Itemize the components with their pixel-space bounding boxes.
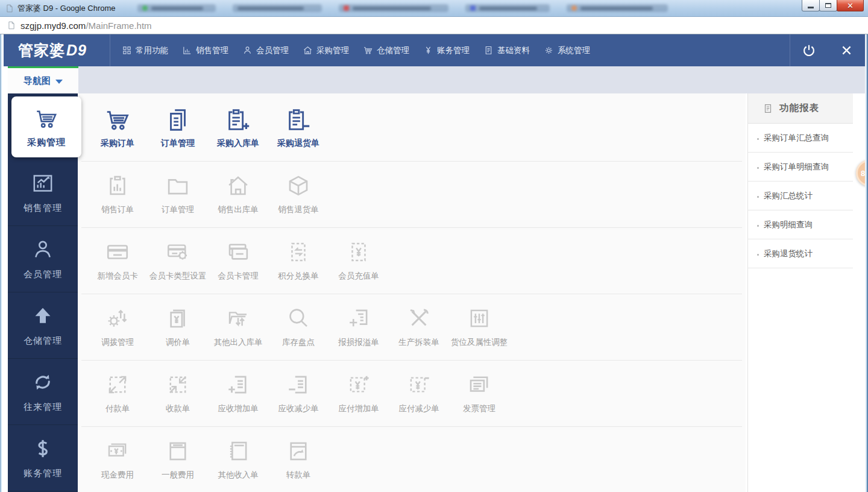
chevron-down-icon[interactable] (55, 80, 63, 84)
report-link[interactable]: 采购明细查询 (748, 210, 853, 239)
report-link[interactable]: 采购订单明细查询 (748, 153, 853, 181)
folder-arrows-icon (225, 306, 251, 331)
grid-item[interactable]: 调价单 (148, 306, 208, 348)
grid-item-label: 现金费用 (101, 470, 134, 481)
report-link[interactable]: 采购退货统计 (748, 239, 853, 268)
expand-arrows-icon (105, 372, 130, 397)
grid-item[interactable]: 应收减少单 (268, 372, 329, 414)
grid-item[interactable]: 会员充值单 (329, 239, 389, 282)
grid-item[interactable]: 采购入库单 (208, 106, 268, 149)
sidebar-item-label: 仓储管理 (24, 335, 62, 347)
grid-item[interactable]: 其他出入库单 (208, 306, 268, 348)
close-window-button[interactable]: ✕ (837, 0, 864, 11)
close-app-button[interactable] (828, 34, 865, 66)
grid-item-label: 会员卡管理 (218, 271, 259, 282)
report-link[interactable]: 采购汇总统计 (748, 181, 853, 210)
arrowup-icon (31, 304, 55, 328)
nav-item-barchart[interactable]: 销售管理 (179, 42, 231, 60)
report-link[interactable]: 采购订单汇总查询 (748, 124, 853, 153)
grid-item-label: 订单管理 (161, 138, 195, 149)
person-icon (31, 238, 55, 262)
grid-item-label: 发票管理 (463, 403, 495, 414)
grid-item[interactable]: 报损报溢单 (329, 306, 389, 348)
grid-item[interactable]: 会员卡管理 (208, 239, 268, 282)
grid-item[interactable]: 应付减少单 (389, 372, 449, 414)
sidebar-item-chart[interactable]: 销售管理 (8, 160, 78, 226)
grid-item[interactable]: 一般费用 (148, 438, 208, 481)
grid-item[interactable]: 转款单 (268, 438, 329, 481)
doc-minus-icon (286, 372, 311, 397)
grid-item[interactable]: 销售订单 (87, 173, 148, 215)
doc-add-icon (225, 372, 251, 397)
grid-item[interactable]: 销售退货单 (268, 173, 329, 215)
grid-item[interactable]: 订单管理 (148, 173, 208, 215)
nav-item-cart[interactable]: 仓储管理 (360, 42, 412, 60)
grid-item[interactable]: 收款单 (148, 372, 208, 414)
docs2-icon (164, 106, 192, 134)
nav-item-yen[interactable]: 账务管理 (420, 42, 473, 60)
nav-item-person[interactable]: 会员管理 (239, 42, 292, 60)
blurred-browser-tabs[interactable] (137, 3, 686, 13)
sidebar-item-cart[interactable]: 采购管理 (8, 93, 78, 160)
grid-item[interactable]: 采购订单 (87, 106, 148, 149)
grid-row: 新增会员卡会员卡类型设置会员卡管理积分兑换单会员充值单 (78, 227, 746, 294)
grid-item[interactable]: 订单管理 (148, 106, 208, 149)
nav-item-label: 常用功能 (136, 45, 168, 56)
grid-item[interactable]: 销售出库单 (208, 173, 268, 215)
grid-item[interactable]: 生产拆装单 (389, 306, 449, 348)
grid-item[interactable]: 其他收入单 (208, 438, 268, 481)
url-path: /MainFrame.htm (86, 20, 151, 31)
sidebar-item-dollar[interactable]: 账务管理 (8, 425, 78, 491)
url-text: szgjp.myd9.com/MainFrame.htm (20, 20, 152, 31)
grid-item-label: 应收增加单 (218, 403, 259, 414)
chart-icon (31, 171, 55, 195)
grid-item[interactable]: 应收增加单 (208, 372, 268, 414)
grid-item[interactable]: 调拨管理 (87, 306, 148, 348)
grid-item[interactable]: 新增会员卡 (87, 239, 148, 282)
yen-minus-icon (406, 372, 432, 397)
grid-item-label: 应收减少单 (278, 403, 319, 414)
page-icon (7, 20, 16, 30)
grid-item[interactable]: 现金费用 (87, 438, 148, 481)
address-bar[interactable]: szgjp.myd9.com/MainFrame.htm (0, 17, 868, 34)
sidebar-item-person[interactable]: 会员管理 (8, 226, 78, 292)
maximize-button[interactable] (819, 0, 837, 11)
sidebar-item-sync[interactable]: 往来管理 (8, 359, 78, 425)
nav-item-gear[interactable]: 系统管理 (541, 42, 593, 60)
grid-item[interactable]: 积分兑换单 (268, 239, 329, 282)
floating-service-badge[interactable]: 81 (856, 160, 865, 186)
card-gear-icon (165, 239, 190, 265)
header-divider (110, 34, 110, 66)
grid-item-label: 采购退货单 (277, 138, 319, 149)
function-grid: 采购订单订单管理采购入库单采购退货单销售订单订单管理销售出库单销售退货单新增会员… (78, 93, 746, 492)
nav-item-grid[interactable]: 常用功能 (119, 42, 171, 60)
sidebar-item-label: 账务管理 (24, 468, 62, 479)
grid-item-label: 其他收入单 (218, 470, 259, 481)
grid-item-label: 应付减少单 (398, 403, 439, 414)
person-icon (242, 45, 253, 55)
grid-item[interactable]: 货位及属性调整 (449, 306, 509, 348)
window-arrow-icon (286, 438, 311, 464)
grid-item[interactable]: 采购退货单 (268, 106, 329, 149)
sidebar-item-arrowup[interactable]: 仓储管理 (8, 292, 78, 359)
grid-item[interactable]: 应付增加单 (329, 372, 389, 414)
magnifier-icon (286, 306, 311, 331)
grid-item-label: 积分兑换单 (278, 271, 319, 282)
module-sidebar: 采购管理销售管理会员管理仓储管理往来管理账务管理 (8, 93, 78, 492)
logout-power-button[interactable] (790, 34, 828, 66)
window-frame-right (865, 34, 868, 492)
sidebar-active-card[interactable]: 采购管理 (11, 96, 81, 157)
grid-item[interactable]: 付款单 (87, 372, 148, 414)
grid-item-label: 生产拆装单 (398, 337, 439, 348)
grid-item[interactable]: 发票管理 (449, 372, 509, 414)
window-doc-icon (165, 438, 190, 464)
grid-item-label: 采购入库单 (217, 138, 259, 149)
grid-item[interactable]: 库存盘点 (268, 306, 329, 348)
nav-item-home[interactable]: 采购管理 (300, 42, 352, 60)
grid-item-label: 销售订单 (101, 204, 134, 215)
tab-navigation-map[interactable]: 导航图 (8, 66, 78, 93)
grid-item[interactable]: 会员卡类型设置 (148, 239, 208, 282)
minimize-button[interactable] (802, 0, 820, 11)
nav-item-doc[interactable]: 基础资料 (480, 42, 533, 60)
grid-item-label: 新增会员卡 (97, 271, 138, 282)
